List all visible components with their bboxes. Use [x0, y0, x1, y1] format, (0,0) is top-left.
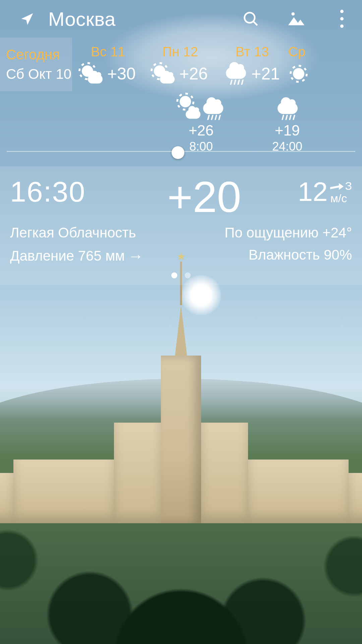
today-label: Сегодня: [6, 47, 60, 63]
pressure: Давление 765 мм→: [10, 247, 143, 265]
rain-icon: [202, 93, 224, 120]
sun-cloud-icon: [80, 63, 103, 85]
wind-block: 12 З м/с: [298, 178, 352, 205]
app-bar: Москва: [0, 0, 362, 38]
overflow-menu-button[interactable]: [326, 3, 358, 35]
sun-cloud-icon: [178, 93, 200, 120]
day-tab-1[interactable]: Вс 11 +30: [72, 38, 144, 91]
wind-unit: м/с: [330, 192, 347, 205]
city-name[interactable]: Москва: [48, 8, 221, 30]
pressure-trend-icon: →: [128, 247, 143, 265]
page-indicator[interactable]: [10, 272, 352, 278]
humidity: Влажность 90%: [249, 247, 352, 265]
location-arrow-icon: [20, 11, 35, 26]
svg-point-2: [292, 12, 295, 16]
sun-icon: [288, 63, 310, 85]
rain-icon: [276, 93, 298, 120]
day-label: Вс 11: [91, 44, 125, 59]
page-dot-2[interactable]: [185, 272, 191, 278]
current-conditions-panel[interactable]: 16:30 +20 12 З м/с Легкая Облачность По …: [0, 166, 362, 285]
day-tab-3[interactable]: Вт 13 +21: [216, 38, 288, 91]
day-label: Пн 12: [162, 44, 198, 59]
scenery-button[interactable]: [280, 3, 312, 35]
hourly-slider[interactable]: +26 8:00 +19 24:00: [0, 93, 362, 160]
page-dot-1[interactable]: [171, 272, 177, 278]
rain-icon: [225, 63, 247, 85]
current-time: 16:30: [10, 175, 111, 208]
svg-point-0: [245, 13, 255, 23]
more-vert-icon: [340, 10, 344, 28]
day-tab-4[interactable]: Ср: [288, 38, 310, 91]
day-label: Ср: [288, 44, 305, 59]
hour-slider-thumb[interactable]: [172, 146, 184, 159]
svg-line-1: [253, 21, 257, 25]
hour-slot-1: +26 8:00: [178, 93, 224, 154]
day-tab-today[interactable]: Сегодня Сб Окт 10: [0, 38, 72, 91]
wind-direction: З: [345, 180, 352, 192]
hour-temp: +19: [272, 122, 302, 139]
hour-slot-2: +19 24:00: [272, 93, 302, 154]
wind-speed: 12: [298, 178, 327, 205]
search-button[interactable]: [235, 3, 267, 35]
condition-text: Легкая Облачность: [10, 225, 136, 241]
day-temp: +21: [251, 64, 280, 84]
day-temp: +26: [179, 64, 208, 84]
today-date: Сб Окт 10: [6, 66, 71, 82]
feels-like: По ощущению +24°: [225, 225, 352, 241]
day-label: Вт 13: [236, 44, 269, 59]
day-tab-2[interactable]: Пн 12 +26: [144, 38, 216, 91]
hour-temp: +26: [178, 122, 224, 139]
wind-arrow-icon: [330, 182, 344, 191]
sun-cloud-icon: [153, 63, 175, 85]
current-temperature: +20: [111, 175, 298, 219]
day-temp: +30: [107, 64, 136, 84]
daily-forecast-strip[interactable]: Сегодня Сб Окт 10 Вс 11 +30 Пн 12 +26 Вт…: [0, 38, 362, 91]
